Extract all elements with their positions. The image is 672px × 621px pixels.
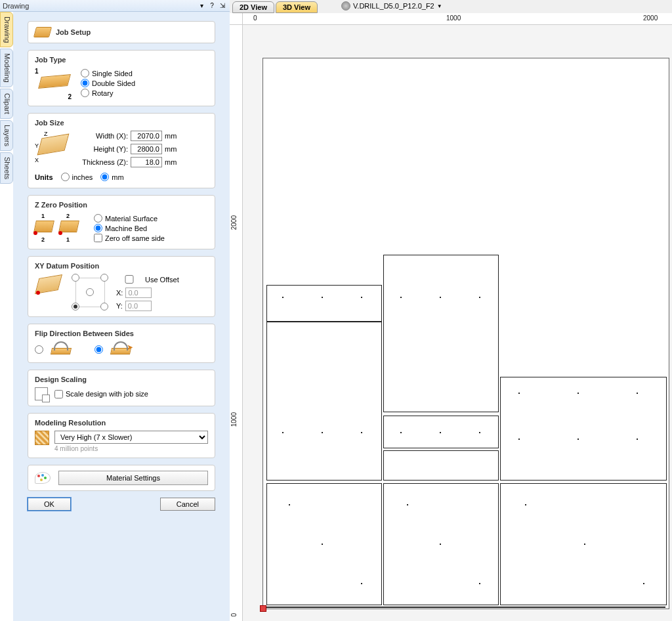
ruler-horizontal: 0 1000 2000 bbox=[243, 13, 672, 25]
part[interactable] bbox=[266, 285, 382, 322]
material-settings-button[interactable]: Material Settings bbox=[58, 471, 208, 485]
job-setup-panel: Job Setup Job Type 1 2 Single Sided Doub… bbox=[13, 12, 230, 621]
job-type-illustration: 1 2 bbox=[35, 68, 74, 100]
check-zero-same-side[interactable]: Zero off same side bbox=[94, 234, 165, 242]
chevron-down-icon: ▼ bbox=[437, 3, 442, 9]
flip-group: Flip Direction Between Sides ➤ bbox=[28, 324, 215, 363]
part[interactable] bbox=[500, 377, 667, 481]
resolution-sub: 4 million points bbox=[54, 445, 208, 452]
resolution-select[interactable]: Very High (7 x Slower) bbox=[54, 431, 208, 444]
z-zero-illustration: 1 2 2 1 bbox=[35, 213, 85, 243]
side-tabs: Drawing Modeling Clipart Layers Sheets bbox=[0, 12, 13, 185]
palette-icon bbox=[35, 472, 51, 484]
job-size-title: Job Size bbox=[35, 119, 208, 127]
material-group: Material Settings bbox=[28, 465, 215, 491]
radio-flip-vertical[interactable] bbox=[94, 345, 103, 354]
job-setup-icon bbox=[33, 27, 52, 37]
origin-marker bbox=[260, 605, 266, 612]
part[interactable] bbox=[500, 483, 667, 605]
tool-dropdown[interactable]: V.DRILL_D5.0_P12.0_F2 ▼ bbox=[341, 1, 442, 11]
dropdown-icon[interactable]: ▾ bbox=[197, 1, 206, 11]
height-input[interactable] bbox=[131, 144, 162, 154]
radio-material-surface[interactable]: Material Surface bbox=[94, 214, 165, 223]
scaling-title: Design Scaling bbox=[35, 375, 208, 383]
datum-y-input bbox=[125, 301, 152, 311]
canvas-area: 2D View 3D View V.DRILL_D5.0_P12.0_F2 ▼ … bbox=[230, 0, 672, 621]
panel-title: Drawing bbox=[3, 2, 197, 10]
job-type-group: Job Type 1 2 Single Sided Double Sided R… bbox=[28, 50, 215, 106]
scale-icon bbox=[35, 387, 48, 400]
part[interactable] bbox=[383, 255, 499, 412]
radio-double-sided[interactable]: Double Sided bbox=[81, 79, 135, 87]
cancel-button[interactable]: Cancel bbox=[160, 498, 215, 511]
part[interactable] bbox=[266, 607, 665, 608]
side-tab-clipart[interactable]: Clipart bbox=[0, 89, 13, 119]
datum-title: XY Datum Position bbox=[35, 262, 208, 270]
job-size-illustration: X Y Z bbox=[35, 131, 73, 163]
datum-x-input bbox=[125, 288, 152, 298]
part[interactable] bbox=[383, 483, 499, 605]
side-tab-drawing[interactable]: Drawing bbox=[0, 12, 13, 47]
flip-vertical-icon: ➤ bbox=[108, 341, 135, 357]
help-icon[interactable]: ? bbox=[207, 1, 217, 11]
datum-grid bbox=[72, 274, 108, 310]
pin-icon[interactable]: ⇲ bbox=[218, 1, 227, 11]
side-tab-layers[interactable]: Layers bbox=[0, 120, 13, 151]
flip-horizontal-icon bbox=[49, 341, 75, 357]
radio-single-sided[interactable]: Single Sided bbox=[81, 69, 135, 77]
datum-br[interactable] bbox=[100, 303, 108, 310]
panel-header: Drawing ▾ ? ⇲ bbox=[0, 0, 230, 12]
datum-tr[interactable] bbox=[100, 274, 108, 282]
ok-button[interactable]: OK bbox=[28, 498, 71, 511]
flip-title: Flip Direction Between Sides bbox=[35, 330, 208, 337]
tab-2d-view[interactable]: 2D View bbox=[232, 1, 274, 13]
resolution-group: Modeling Resolution Very High (7 x Slowe… bbox=[28, 413, 215, 458]
tab-3d-view[interactable]: 3D View bbox=[276, 1, 318, 13]
z-zero-group: Z Zero Position 1 2 2 1 Material Surface… bbox=[28, 195, 215, 249]
datum-bl[interactable] bbox=[72, 303, 79, 310]
job-type-title: Job Type bbox=[35, 56, 208, 64]
resolution-title: Modeling Resolution bbox=[35, 419, 208, 427]
resolution-icon bbox=[35, 431, 49, 445]
thickness-input[interactable] bbox=[131, 157, 162, 167]
check-scale-design[interactable]: Scale design with job size bbox=[54, 390, 148, 398]
z-zero-title: Z Zero Position bbox=[35, 201, 208, 209]
datum-illustration bbox=[35, 274, 64, 297]
radio-mm[interactable]: mm bbox=[100, 173, 123, 181]
side-tab-sheets[interactable]: Sheets bbox=[0, 152, 13, 184]
datum-tl[interactable] bbox=[72, 274, 79, 282]
scaling-group: Design Scaling Scale design with job siz… bbox=[28, 370, 215, 406]
tool-icon bbox=[341, 1, 350, 11]
part[interactable] bbox=[266, 483, 382, 605]
ruler-corner bbox=[230, 13, 243, 25]
viewport[interactable] bbox=[243, 25, 672, 621]
datum-c[interactable] bbox=[86, 288, 94, 296]
part[interactable] bbox=[266, 322, 382, 481]
side-tab-modeling[interactable]: Modeling bbox=[0, 49, 13, 87]
datum-group: XY Datum Position Use Offset X: Y: bbox=[28, 256, 215, 317]
ruler-vertical: 2000 1000 0 bbox=[230, 25, 243, 621]
radio-flip-horizontal[interactable] bbox=[35, 345, 43, 354]
radio-rotary[interactable]: Rotary bbox=[81, 89, 135, 97]
tool-name: V.DRILL_D5.0_P12.0_F2 bbox=[353, 2, 434, 10]
radio-machine-bed[interactable]: Machine Bed bbox=[94, 224, 165, 232]
job-setup-label: Job Setup bbox=[56, 28, 91, 36]
check-use-offset[interactable]: Use Offset bbox=[116, 275, 179, 284]
units-label: Units bbox=[35, 173, 53, 181]
radio-inches[interactable]: inches bbox=[61, 173, 93, 181]
job-setup-header: Job Setup bbox=[28, 21, 215, 43]
width-input[interactable] bbox=[131, 131, 162, 141]
job-size-group: Job Size X Y Z Width (X):mm Height (Y):m… bbox=[28, 113, 215, 188]
part[interactable] bbox=[383, 450, 499, 481]
